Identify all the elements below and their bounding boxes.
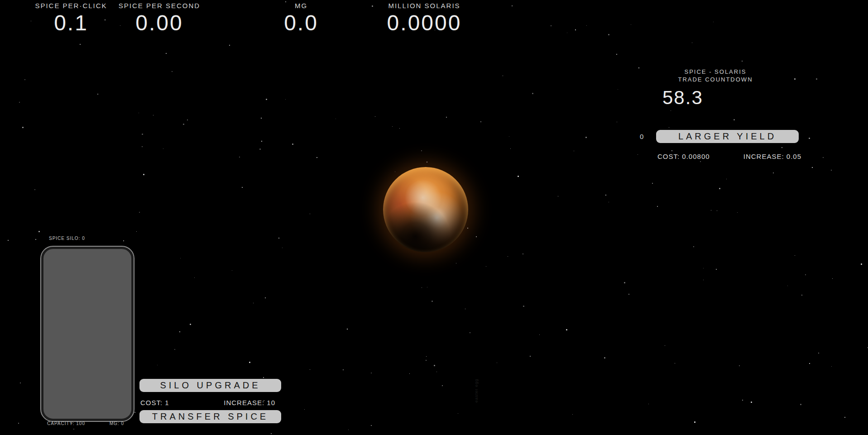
stat-million-solaris-label: MILLION SOLARIS: [374, 2, 474, 10]
transfer-spice-button[interactable]: TRANSFER SPICE: [139, 410, 281, 423]
larger-yield-button[interactable]: LARGER YIELD: [656, 130, 799, 143]
silo-upgrade-cost-row: COST: 1 INCREASE: 10: [140, 399, 275, 406]
spice-silo-mg: MG: 0: [110, 421, 124, 426]
stat-spice-per-click: SPICE PER·CLICK 0.1: [28, 2, 114, 35]
stat-spice-per-second: SPICE PER SECOND 0.00: [114, 2, 205, 35]
spice-silo-caption: CAPACITY: 100 MG: 0: [47, 421, 124, 426]
silo-upgrade-button[interactable]: SILO UPGRADE: [139, 379, 281, 392]
stat-mg: MG 0.0: [272, 2, 331, 35]
trade-countdown-title-line1: SPICE - SOLARIS: [659, 68, 772, 76]
trade-countdown-title-line2: TRADE COUNTDOWN: [659, 76, 772, 83]
stat-spice-per-second-value: 0.00: [114, 10, 205, 35]
larger-yield-increase: INCREASE: 0.05: [743, 153, 801, 160]
spice-silo-label: SPICE SILO: 0: [49, 236, 85, 241]
larger-yield-cost: COST: 0.00800: [657, 153, 710, 160]
stat-spice-per-click-value: 0.1: [28, 10, 114, 35]
stat-mg-value: 0.0: [272, 10, 331, 35]
larger-yield-cost-row: COST: 0.00800 INCREASE: 0.05: [657, 153, 801, 160]
planet[interactable]: [383, 167, 468, 252]
stat-million-solaris: MILLION SOLARIS 0.0000: [374, 2, 474, 35]
stat-mg-label: MG: [272, 2, 331, 10]
stat-million-solaris-value: 0.0000: [374, 10, 474, 35]
larger-yield-owned-count: 0: [640, 133, 643, 140]
game-stage: SPICE PER·CLICK 0.1 SPICE PER SECOND 0.0…: [0, 0, 868, 435]
spice-silo-capacity: CAPACITY: 100: [47, 421, 85, 426]
stat-spice-per-click-label: SPICE PER·CLICK: [28, 2, 114, 10]
stat-spice-per-second-label: SPICE PER SECOND: [114, 2, 205, 10]
trade-countdown-value: 58.3: [659, 87, 772, 109]
silo-upgrade-increase: INCREASE: 10: [224, 399, 275, 406]
silo-upgrade-cost: COST: 1: [140, 399, 169, 406]
trade-countdown-panel: SPICE - SOLARIS TRADE COUNTDOWN 58.3: [659, 68, 772, 109]
spice-silo-gauge: [41, 247, 134, 421]
easter-egg-text: easter egg: [474, 373, 479, 409]
